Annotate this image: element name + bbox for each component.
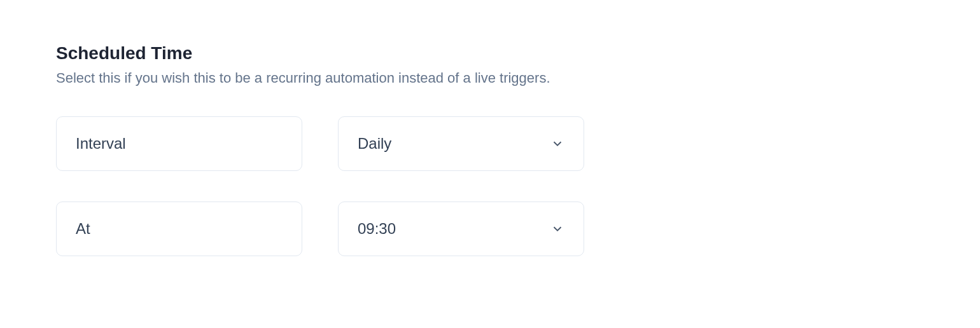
interval-label-box: Interval [56, 116, 302, 171]
chevron-down-icon [550, 222, 564, 236]
scheduled-time-section: Scheduled Time Select this if you wish t… [56, 43, 924, 256]
at-value: 09:30 [358, 220, 564, 238]
section-description: Select this if you wish this to be a rec… [56, 69, 924, 88]
at-label: At [76, 220, 90, 238]
at-label-box: At [56, 202, 302, 256]
at-row: At 09:30 [56, 202, 924, 256]
interval-select[interactable]: Daily [338, 116, 584, 171]
interval-row: Interval Daily [56, 116, 924, 171]
interval-label: Interval [76, 135, 126, 153]
chevron-down-icon [550, 137, 564, 151]
at-select[interactable]: 09:30 [338, 202, 584, 256]
section-title: Scheduled Time [56, 43, 924, 64]
interval-value: Daily [358, 135, 564, 153]
